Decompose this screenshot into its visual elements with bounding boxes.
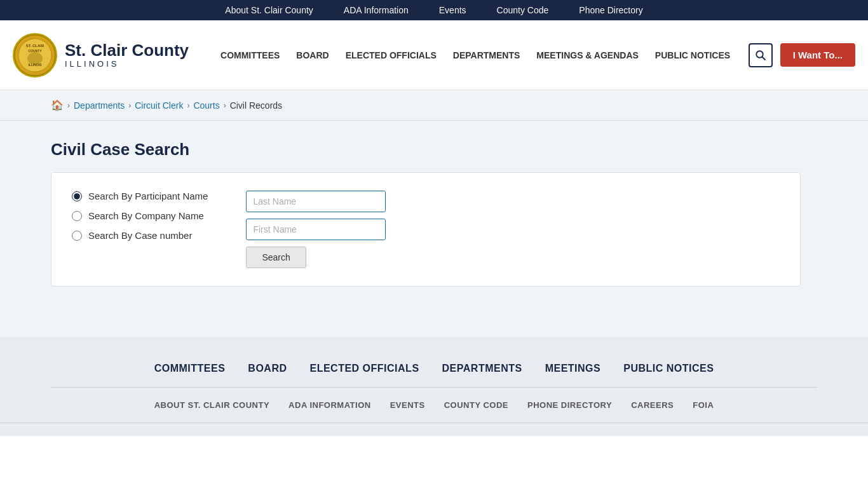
home-icon[interactable]: 🏠 <box>51 99 64 111</box>
footer-phone[interactable]: PHONE DIRECTORY <box>527 400 612 410</box>
last-name-input[interactable] <box>246 191 386 212</box>
breadcrumb-courts[interactable]: Courts <box>193 100 219 111</box>
breadcrumb-circuit-clerk[interactable]: Circuit Clerk <box>135 100 183 111</box>
county-code-link[interactable]: County Code <box>497 5 549 15</box>
radio-participant-input[interactable] <box>72 191 82 201</box>
search-icon-button[interactable] <box>749 43 773 67</box>
footer-divider <box>51 387 817 388</box>
nav-board[interactable]: BOARD <box>290 45 335 65</box>
county-name: St. Clair County <box>65 41 189 60</box>
footer-elected[interactable]: ELECTED OFFICIALS <box>310 363 419 374</box>
logo-icon: ST. CLAIR COUNTY ILLINOIS <box>13 33 57 78</box>
footer-public-notices[interactable]: PUBLIC NOTICES <box>623 363 714 374</box>
breadcrumb-current: Civil Records <box>230 100 282 111</box>
nav-meetings[interactable]: MEETINGS & AGENDAS <box>530 45 645 65</box>
about-link[interactable]: About St. Clair County <box>225 5 313 15</box>
footer-nav-secondary: ABOUT ST. CLAIR COUNTY ADA INFORMATION E… <box>13 400 855 410</box>
page-title: Civil Case Search <box>51 140 817 159</box>
nav-elected[interactable]: ELECTED OFFICIALS <box>339 45 443 65</box>
nav-departments[interactable]: DEPARTMENTS <box>447 45 527 65</box>
nav-committees[interactable]: COMMITTEES <box>214 45 286 65</box>
separator-4: › <box>224 101 226 110</box>
footer-meetings[interactable]: MEETINGS <box>545 363 601 374</box>
svg-point-6 <box>756 51 763 58</box>
main-content: Civil Case Search Search By Participant … <box>0 121 868 337</box>
nav-links: COMMITTEES BOARD ELECTED OFFICIALS DEPAR… <box>214 45 749 65</box>
footer-about[interactable]: ABOUT ST. CLAIR COUNTY <box>154 400 269 410</box>
svg-text:ILLINOIS: ILLINOIS <box>28 63 42 67</box>
radio-group: Search By Participant Name Search By Com… <box>72 191 208 241</box>
footer-bottom <box>0 423 868 436</box>
radio-company-label: Search By Company Name <box>88 210 204 221</box>
first-name-input[interactable] <box>246 219 386 240</box>
footer-county-code[interactable]: COUNTY CODE <box>444 400 508 410</box>
footer-departments[interactable]: DEPARTMENTS <box>442 363 522 374</box>
nav-public-notices[interactable]: PUBLIC NOTICES <box>649 45 736 65</box>
footer-nav-primary: COMMITTEES BOARD ELECTED OFFICIALS DEPAR… <box>13 363 855 374</box>
radio-participant[interactable]: Search By Participant Name <box>72 191 208 201</box>
radio-case-label: Search By Case number <box>88 230 192 241</box>
breadcrumb-area: 🏠 › Departments › Circuit Clerk › Courts… <box>0 90 868 121</box>
separator-2: › <box>128 101 131 110</box>
search-button[interactable]: Search <box>246 247 306 268</box>
nav-actions: I Want To... <box>749 43 855 67</box>
top-bar: About St. Clair County ADA Information E… <box>0 0 868 20</box>
svg-text:ST. CLAIR: ST. CLAIR <box>26 44 44 48</box>
main-nav: ST. CLAIR COUNTY ILLINOIS St. Clair Coun… <box>0 20 868 90</box>
form-layout: Search By Participant Name Search By Com… <box>72 191 780 268</box>
radio-company-input[interactable] <box>72 211 82 221</box>
separator-3: › <box>187 101 189 110</box>
footer-ada[interactable]: ADA INFORMATION <box>288 400 371 410</box>
radio-case[interactable]: Search By Case number <box>72 230 208 241</box>
ada-link[interactable]: ADA Information <box>344 5 409 15</box>
footer-events[interactable]: EVENTS <box>390 400 425 410</box>
footer-careers[interactable]: CAREERS <box>631 400 674 410</box>
i-want-button[interactable]: I Want To... <box>780 43 855 67</box>
radio-company[interactable]: Search By Company Name <box>72 210 208 221</box>
logo[interactable]: ST. CLAIR COUNTY ILLINOIS St. Clair Coun… <box>13 33 189 78</box>
footer-foia[interactable]: FOIA <box>693 400 714 410</box>
breadcrumb-departments[interactable]: Departments <box>74 100 125 111</box>
breadcrumb: 🏠 › Departments › Circuit Clerk › Courts… <box>51 99 817 111</box>
footer-committees[interactable]: COMMITTEES <box>154 363 226 374</box>
separator-1: › <box>67 101 70 110</box>
fields-group: Search <box>246 191 386 268</box>
footer-board[interactable]: BOARD <box>248 363 287 374</box>
svg-line-7 <box>762 57 765 60</box>
radio-case-input[interactable] <box>72 231 82 241</box>
radio-participant-label: Search By Participant Name <box>88 191 208 201</box>
state-name: ILLINOIS <box>65 59 189 69</box>
phone-directory-link[interactable]: Phone Directory <box>579 5 642 15</box>
events-link[interactable]: Events <box>439 5 466 15</box>
search-form-box: Search By Participant Name Search By Com… <box>51 172 801 287</box>
logo-text: St. Clair County ILLINOIS <box>65 41 189 69</box>
footer: COMMITTEES BOARD ELECTED OFFICIALS DEPAR… <box>0 337 868 423</box>
